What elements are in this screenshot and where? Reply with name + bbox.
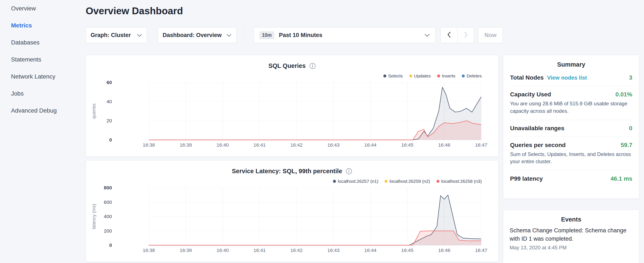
series-color-dot xyxy=(383,75,386,78)
chevron-down-icon xyxy=(226,32,232,39)
svg-text:16:41: 16:41 xyxy=(254,247,266,253)
svg-text:16:46: 16:46 xyxy=(438,247,450,253)
legend-label: localhost:26257 (n1) xyxy=(338,179,378,184)
overview-dashboard-page: Overview Metrics Databases Statements Ne… xyxy=(0,0,644,263)
legend-item-localhost-26258-n3-[interactable]: localhost:26258 (n3) xyxy=(436,179,482,184)
legend-label: Inserts xyxy=(442,73,456,79)
info-icon[interactable] xyxy=(309,63,316,69)
time-pager xyxy=(440,27,474,43)
sidebar-item-databases[interactable]: Databases xyxy=(0,34,85,51)
graph-scope-dropdown[interactable]: Graph: Cluster xyxy=(86,27,147,43)
chevron-down-icon xyxy=(424,32,430,39)
summary-label: Queries per second xyxy=(510,142,566,149)
svg-text:16:41: 16:41 xyxy=(254,142,266,148)
summary-label: P99 latency xyxy=(510,175,543,182)
svg-text:16:42: 16:42 xyxy=(290,247,302,253)
service-latency-panel: 020040060080016:3816:3916:4016:4116:4216… xyxy=(86,160,498,262)
summary-value: 3 xyxy=(629,74,632,81)
svg-text:16:44: 16:44 xyxy=(364,247,376,253)
svg-text:16:38: 16:38 xyxy=(143,142,155,148)
series-color-dot xyxy=(409,75,412,78)
chart-legend: localhost:26257 (n1)localhost:26259 (n2)… xyxy=(333,179,482,184)
svg-text:40: 40 xyxy=(106,99,112,104)
event-item-text: Schema Change Completed: Schema change w… xyxy=(510,226,633,243)
legend-label: localhost:26258 (n3) xyxy=(442,179,482,184)
legend-item-localhost-26259-n2-[interactable]: localhost:26259 (n2) xyxy=(384,179,430,184)
summary-value: 46.1 ms xyxy=(610,175,632,182)
svg-text:600: 600 xyxy=(104,199,112,205)
legend-label: Updates xyxy=(414,73,431,79)
dashboard-label: Dashboard: Overview xyxy=(163,32,222,39)
svg-text:0: 0 xyxy=(109,137,112,143)
legend-item-selects[interactable]: Selects xyxy=(383,73,403,79)
svg-text:16:45: 16:45 xyxy=(401,142,413,148)
page-title: Overview Dashboard xyxy=(86,5,183,17)
svg-text:400: 400 xyxy=(104,214,112,219)
sidebar-item-statements[interactable]: Statements xyxy=(0,51,85,68)
time-range-badge: 10m xyxy=(260,31,274,39)
legend-item-updates[interactable]: Updates xyxy=(409,73,431,79)
chevron-down-icon xyxy=(137,32,142,39)
time-range-selector[interactable]: 10m Past 10 Minutes xyxy=(254,27,436,43)
time-back-button[interactable] xyxy=(440,27,457,43)
svg-text:queries: queries xyxy=(91,103,96,119)
service-latency-chart: 020040060080016:3816:3916:4016:4116:4216… xyxy=(86,160,498,262)
svg-text:16:43: 16:43 xyxy=(328,142,340,148)
svg-text:latency (ms): latency (ms) xyxy=(91,204,96,229)
sidebar-item-network-latency[interactable]: Network Latency xyxy=(0,68,85,85)
dashboard-dropdown[interactable]: Dashboard: Overview xyxy=(158,27,236,43)
sidebar-item-jobs[interactable]: Jobs xyxy=(0,85,85,102)
chevron-left-icon xyxy=(447,31,451,39)
sidebar-item-overview[interactable]: Overview xyxy=(0,0,85,17)
summary-row-capacity-used: Capacity Used 0.01% You are using 28.6 M… xyxy=(510,86,633,120)
view-nodes-list-link[interactable]: View nodes list xyxy=(547,75,587,81)
legend-label: localhost:26259 (n2) xyxy=(390,179,430,184)
svg-text:16:47: 16:47 xyxy=(475,247,487,253)
svg-text:16:43: 16:43 xyxy=(328,247,340,253)
svg-text:16:38: 16:38 xyxy=(143,247,155,253)
summary-value: 0.01% xyxy=(616,91,632,98)
event-item-timestamp: May 13, 2020 at 4:45 PM xyxy=(510,245,633,251)
events-panel: Events Schema Change Completed: Schema c… xyxy=(503,210,639,263)
svg-text:16:39: 16:39 xyxy=(180,142,192,148)
info-icon[interactable] xyxy=(346,168,352,175)
summary-title: Summary xyxy=(510,61,633,68)
series-color-dot xyxy=(384,180,388,183)
summary-row-queries-per-second: Queries per second 59.7 Sum of Selects, … xyxy=(510,137,633,171)
summary-value: 0 xyxy=(629,125,632,132)
summary-panel: Summary Total Nodes View nodes list 3 Ca… xyxy=(503,55,639,199)
toolbar: Graph: Cluster Dashboard: Overview 10m P… xyxy=(86,27,503,43)
sidebar-item-advanced-debug[interactable]: Advanced Debug xyxy=(0,102,85,119)
svg-text:16:46: 16:46 xyxy=(438,142,450,148)
legend-label: Deletes xyxy=(467,73,482,79)
legend-item-localhost-26257-n1-[interactable]: localhost:26257 (n1) xyxy=(333,179,378,184)
svg-text:800: 800 xyxy=(104,185,112,190)
svg-text:16:42: 16:42 xyxy=(290,142,302,148)
graph-scope-label: Graph: Cluster xyxy=(90,32,131,39)
summary-description: You are using 28.6 MiB of 515.9 GiB usab… xyxy=(510,100,632,115)
svg-text:16:40: 16:40 xyxy=(217,247,229,253)
svg-text:16:40: 16:40 xyxy=(217,142,229,148)
summary-row-unavailable-ranges: Unavailable ranges 0 xyxy=(510,120,633,137)
series-color-dot xyxy=(436,180,440,183)
sql-queries-chart: 020406016:3816:3916:4016:4116:4216:4316:… xyxy=(86,55,498,156)
summary-description: Sum of Selects, Updates, Inserts, and De… xyxy=(510,151,632,166)
summary-value: 59.7 xyxy=(621,142,632,149)
summary-label: Capacity Used xyxy=(510,91,551,98)
svg-text:0: 0 xyxy=(109,242,112,248)
events-title: Events xyxy=(510,216,633,223)
sidebar-item-metrics[interactable]: Metrics xyxy=(0,17,85,34)
legend-item-inserts[interactable]: Inserts xyxy=(437,73,456,79)
svg-text:20: 20 xyxy=(106,118,112,123)
time-forward-button[interactable] xyxy=(457,27,474,43)
time-range-label: Past 10 Minutes xyxy=(279,32,322,39)
svg-text:16:39: 16:39 xyxy=(180,247,192,253)
sql-queries-panel: 020406016:3816:3916:4016:4116:4216:4316:… xyxy=(86,55,498,157)
summary-label: Unavailable ranges xyxy=(510,125,564,132)
now-button[interactable]: Now xyxy=(478,27,503,43)
series-color-dot xyxy=(462,75,465,78)
chevron-right-icon xyxy=(464,31,468,39)
chart-title: Service Latency: SQL, 99th percentile xyxy=(232,168,342,175)
svg-text:200: 200 xyxy=(104,228,112,234)
legend-item-deletes[interactable]: Deletes xyxy=(462,73,482,79)
